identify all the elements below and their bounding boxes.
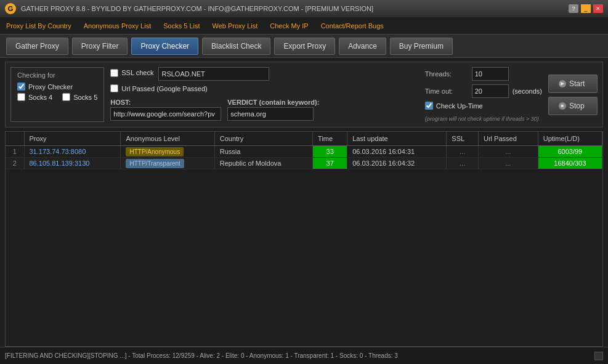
tool-bar: Gather Proxy Proxy Filter Proxy Checker …: [0, 34, 608, 58]
nav-contact-report-bugs[interactable]: Contact/Report Bugs: [321, 22, 384, 30]
start-icon: ▶: [559, 80, 566, 87]
proxy-checker-button[interactable]: Proxy Checker: [131, 38, 198, 55]
col-lastupdate: Last update: [347, 132, 447, 146]
ssl-check-label[interactable]: SSL check: [110, 69, 153, 77]
threads-input[interactable]: [472, 67, 509, 81]
cell-anon-level: HTTP/Anonymous: [121, 146, 214, 158]
col-proxy: Proxy: [24, 132, 121, 146]
cell-url-passed: ...: [478, 146, 538, 158]
title-bar-controls: ? _ ✕: [569, 4, 603, 13]
nav-web-proxy-list[interactable]: Web Proxy List: [213, 22, 258, 30]
cell-num: 1: [6, 146, 24, 158]
uptime-note: (program will not check uptime if thread…: [425, 116, 542, 122]
cell-proxy[interactable]: 31.173.74.73:8080: [24, 146, 121, 158]
table-body: 131.173.74.73:8080HTTP/AnonymousRussia33…: [6, 146, 602, 169]
col-anon: Anonymous Level: [121, 132, 214, 146]
col-num: [6, 132, 24, 146]
check-uptime-label[interactable]: Check Up-Time: [425, 102, 483, 110]
checking-for-group: Checking for Proxy Checker Socks 4 Socks…: [10, 67, 104, 122]
uptime-row: Check Up-Time: [425, 102, 542, 112]
app-logo: G: [5, 3, 16, 14]
settings-panel: Checking for Proxy Checker Socks 4 Socks…: [5, 62, 603, 127]
socks4-checkbox[interactable]: [17, 93, 25, 101]
cell-time: 33: [313, 146, 347, 158]
cell-proxy[interactable]: 86.105.81.139:3130: [24, 158, 121, 169]
ssl-checkbox[interactable]: [110, 69, 118, 77]
minimize-button[interactable]: _: [581, 4, 591, 13]
socks5-checkbox[interactable]: [62, 93, 70, 101]
verdict-col: VERDICT (contain keyword):: [227, 99, 319, 121]
host-label: HOST:: [110, 99, 221, 106]
cell-time: 37: [313, 158, 347, 169]
cell-uptime: 6003/99: [538, 146, 602, 158]
stop-icon: ■: [559, 102, 566, 110]
cell-anon-level: HTTP/Transparent: [121, 158, 214, 169]
action-group: ▶ Start ■ Stop: [548, 67, 598, 122]
socks4-check[interactable]: Socks 4: [17, 93, 52, 101]
export-proxy-button[interactable]: Export Proxy: [274, 38, 335, 55]
start-button[interactable]: ▶ Start: [548, 75, 598, 93]
url-passed-row: Url Passed (Google Passed): [110, 84, 418, 95]
col-ssl: SSL: [447, 132, 479, 146]
col-country: Country: [214, 132, 312, 146]
verdict-input[interactable]: [227, 107, 314, 121]
main-area: Checking for Proxy Checker Socks 4 Socks…: [0, 58, 608, 347]
timeout-label: Time out:: [425, 87, 468, 95]
url-passed-label[interactable]: Url Passed (Google Passed): [110, 84, 207, 92]
threads-label: Threads:: [425, 70, 468, 78]
url-passed-checkbox[interactable]: [110, 84, 118, 92]
proxy-checker-checkbox[interactable]: [17, 83, 25, 91]
options-group: SSL check Url Passed (Google Passed) HOS…: [110, 67, 418, 122]
cell-url-passed: ...: [478, 158, 538, 169]
status-text: [FILTERING AND CHECKING][STOPING ...] - …: [5, 352, 592, 359]
nav-proxy-list-by-country[interactable]: Proxy List By Country: [6, 22, 71, 30]
proxy-table: Proxy Anonymous Level Country Time Last …: [6, 132, 602, 169]
table-row: 286.105.81.139:3130HTTP/TransparentRepub…: [6, 158, 602, 169]
host-col: HOST:: [110, 99, 221, 121]
resize-handle[interactable]: [594, 352, 603, 360]
advance-button[interactable]: Advance: [339, 38, 386, 55]
help-button[interactable]: ?: [569, 4, 578, 13]
title-bar: G GATHER PROXY 8.8 - BYYILDO BY GATHERPR…: [0, 0, 608, 17]
cell-country: Russia: [214, 146, 312, 158]
host-verdict-row: HOST: VERDICT (contain keyword):: [110, 99, 418, 121]
timeout-row: Time out: (seconds): [425, 84, 542, 98]
proxy-table-container[interactable]: Proxy Anonymous Level Country Time Last …: [5, 131, 603, 347]
verdict-label: VERDICT (contain keyword):: [227, 99, 319, 106]
cell-last-update: 06.03.2016 16:04:32: [347, 158, 447, 169]
ssl-input[interactable]: [158, 67, 269, 81]
cell-uptime: 16840/303: [538, 158, 602, 169]
col-uptime: Uptime(L/D): [538, 132, 602, 146]
close-button[interactable]: ✕: [593, 4, 603, 13]
gather-proxy-button[interactable]: Gather Proxy: [6, 38, 68, 55]
col-urlpassed: Url Passed: [478, 132, 538, 146]
stop-button[interactable]: ■ Stop: [548, 97, 598, 115]
status-bar: [FILTERING AND CHECKING][STOPING ...] - …: [0, 347, 608, 364]
socks5-check[interactable]: Socks 5: [62, 93, 97, 101]
threads-group: Threads: Time out: (seconds) Check Up-Ti…: [425, 67, 542, 122]
host-input[interactable]: [110, 107, 221, 121]
nav-anonymous-proxy-list[interactable]: Anonymous Proxy List: [84, 22, 151, 30]
nav-check-my-ip[interactable]: Check My IP: [270, 22, 308, 30]
cell-ssl: ...: [447, 158, 479, 169]
cell-num: 2: [6, 158, 24, 169]
checking-for-title: Checking for: [17, 71, 97, 79]
blacklist-check-button[interactable]: Blacklist Check: [202, 38, 270, 55]
timeout-unit: (seconds): [513, 87, 542, 95]
ssl-row: SSL check: [110, 67, 418, 81]
nav-socks5-list[interactable]: Socks 5 List: [163, 22, 200, 30]
buy-premium-button[interactable]: Buy Premium: [390, 38, 453, 55]
cell-last-update: 06.03.2016 16:04:31: [347, 146, 447, 158]
title-bar-text: GATHER PROXY 8.8 - BYYILDO BY GATHERPROX…: [21, 5, 564, 12]
cell-ssl: ...: [447, 146, 479, 158]
threads-row: Threads:: [425, 67, 542, 81]
table-header: Proxy Anonymous Level Country Time Last …: [6, 132, 602, 146]
proxy-checker-check[interactable]: Proxy Checker: [17, 83, 97, 91]
nav-bar: Proxy List By Country Anonymous Proxy Li…: [0, 17, 608, 34]
check-uptime-checkbox[interactable]: [425, 102, 433, 110]
proxy-filter-button[interactable]: Proxy Filter: [72, 38, 128, 55]
cell-country: Republic of Moldova: [214, 158, 312, 169]
table-row: 131.173.74.73:8080HTTP/AnonymousRussia33…: [6, 146, 602, 158]
col-time: Time: [313, 132, 347, 146]
timeout-input[interactable]: [472, 84, 509, 98]
